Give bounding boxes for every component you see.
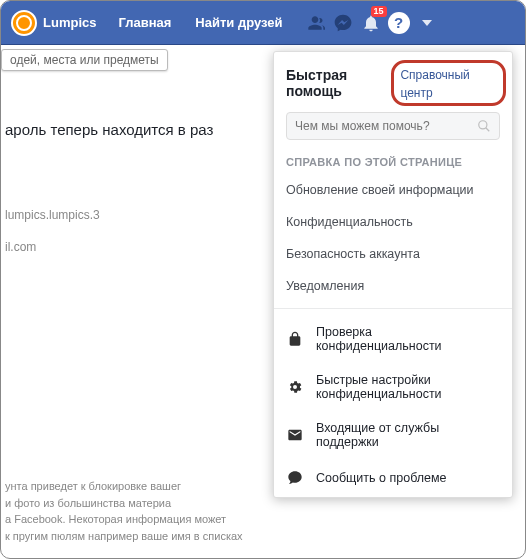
page-content: ароль теперь находится в раз lumpics.lum… — [1, 81, 261, 264]
nav-home[interactable]: Главная — [106, 1, 183, 45]
help-item-privacy[interactable]: Конфиденциальность — [274, 206, 512, 238]
action-label: Проверка конфиденциальности — [316, 325, 500, 353]
content-username: lumpics.lumpics.3 — [5, 208, 257, 222]
help-search-input[interactable] — [295, 119, 477, 133]
nav-find-friends[interactable]: Найти друзей — [183, 1, 294, 45]
help-center-link[interactable]: Справочный центр — [400, 68, 469, 100]
friend-requests-icon[interactable] — [301, 1, 329, 45]
action-privacy-checkup[interactable]: Проверка конфиденциальности — [274, 315, 512, 363]
help-item-notifications[interactable]: Уведомления — [274, 270, 512, 302]
brand-logo-icon — [11, 10, 37, 36]
content-email-fragment: il.com — [5, 240, 257, 254]
brand-name: Lumpics — [43, 15, 96, 30]
action-support-inbox[interactable]: Входящие от службы поддержки — [274, 411, 512, 459]
content-heading-fragment: ароль теперь находится в раз — [5, 121, 257, 138]
help-icon[interactable]: ? — [385, 1, 413, 45]
search-placeholder-fragment[interactable]: одей, места или предметы — [1, 49, 168, 71]
gear-icon — [286, 378, 304, 396]
action-report-problem[interactable]: Сообщить о проблеме — [274, 459, 512, 497]
action-label: Быстрые настройки конфиденциальности — [316, 373, 500, 401]
panel-title: Быстрая помощь — [286, 67, 397, 99]
search-icon — [477, 119, 491, 133]
brand[interactable]: Lumpics — [1, 10, 106, 36]
nav-icons: 15 ? — [301, 1, 441, 45]
action-privacy-shortcuts[interactable]: Быстрые настройки конфиденциальности — [274, 363, 512, 411]
help-search-box[interactable] — [286, 112, 500, 140]
svg-line-1 — [486, 128, 490, 132]
action-label: Сообщить о проблеме — [316, 471, 447, 485]
help-item-update-info[interactable]: Обновление своей информации — [274, 174, 512, 206]
lock-icon — [286, 330, 304, 348]
chat-bubble-icon — [286, 469, 304, 487]
quick-help-panel: Быстрая помощь Справочный центр СПРАВКА … — [273, 51, 513, 498]
separator — [274, 308, 512, 309]
topbar: Lumpics Главная Найти друзей 15 ? — [1, 1, 525, 45]
envelope-icon — [286, 426, 304, 444]
svg-point-0 — [479, 121, 487, 129]
section-label: СПРАВКА ПО ЭТОЙ СТРАНИЦЕ — [274, 150, 512, 174]
account-menu-caret-icon[interactable] — [413, 1, 441, 45]
help-center-callout: Справочный центр — [391, 60, 506, 106]
notifications-icon[interactable]: 15 — [357, 1, 385, 45]
help-item-security[interactable]: Безопасность аккаунта — [274, 238, 512, 270]
action-label: Входящие от службы поддержки — [316, 421, 500, 449]
messenger-icon[interactable] — [329, 1, 357, 45]
footer-text: унта приведет к блокировке вашег и фото … — [1, 474, 291, 548]
panel-header: Быстрая помощь Справочный центр — [274, 52, 512, 112]
